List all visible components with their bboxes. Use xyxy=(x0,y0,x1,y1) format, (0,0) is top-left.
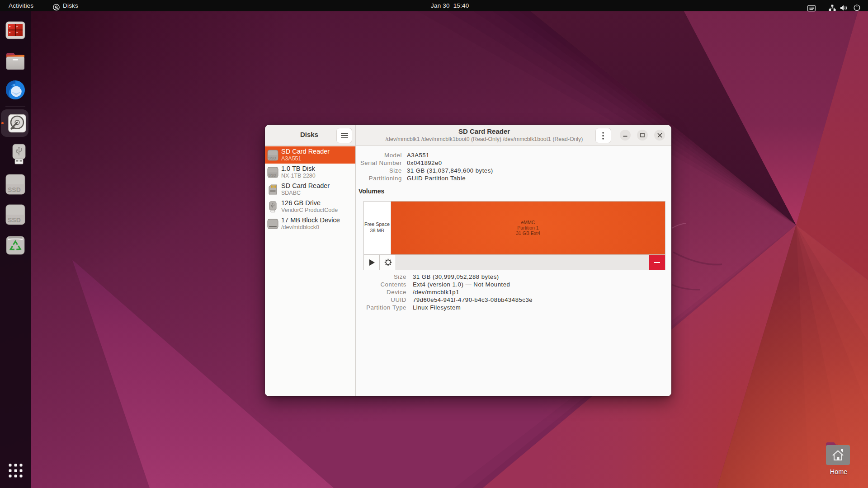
svg-text:SSD: SSD xyxy=(8,186,21,193)
svg-text:SSD: SSD xyxy=(269,173,276,178)
svg-text:SSD: SSD xyxy=(8,216,21,224)
svg-text:SSD: SSD xyxy=(269,156,276,160)
